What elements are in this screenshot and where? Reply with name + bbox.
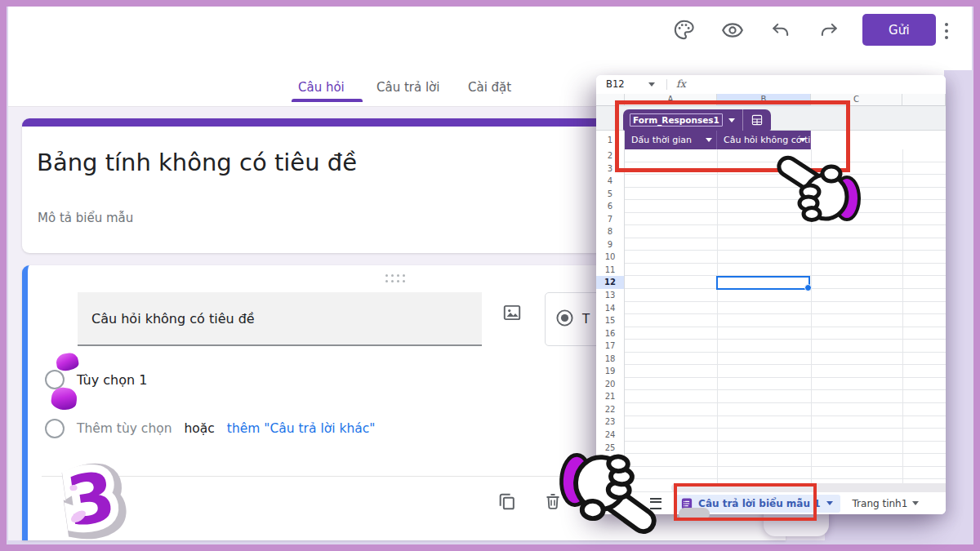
- option-row-1: Tùy chọn 1: [45, 370, 147, 389]
- radio-icon: [45, 370, 65, 389]
- active-tab-indicator: [292, 99, 363, 102]
- background-strip: [944, 70, 973, 540]
- column-header-d[interactable]: [902, 94, 946, 106]
- chevron-down-icon[interactable]: [912, 501, 919, 505]
- background-strip: [825, 513, 973, 540]
- row-header[interactable]: 16: [596, 327, 624, 340]
- tab-responses[interactable]: Câu trả lời: [376, 80, 439, 95]
- pointing-hand-icon: [554, 443, 666, 540]
- row-header[interactable]: 10: [596, 251, 624, 264]
- redo-button[interactable]: [817, 20, 841, 45]
- duplicate-button[interactable]: [494, 491, 519, 515]
- option-row-add: Thêm tùy chọn hoặc thêm "Câu trả lời khá…: [45, 419, 375, 438]
- add-other-answer-link[interactable]: thêm "Câu trả lời khác": [227, 421, 376, 436]
- row-header[interactable]: 12: [596, 276, 624, 289]
- preview-button[interactable]: [720, 20, 745, 44]
- selected-cell-b12[interactable]: [716, 276, 810, 290]
- row-header[interactable]: 6: [596, 200, 624, 213]
- chevron-down-icon[interactable]: [826, 501, 833, 505]
- row-header[interactable]: 17: [596, 340, 624, 353]
- redo-icon: [818, 20, 840, 45]
- fill-handle[interactable]: [804, 284, 812, 291]
- tab-settings[interactable]: Cài đặt: [468, 80, 511, 95]
- row-header[interactable]: 15: [596, 314, 624, 327]
- toolbar-divider: [666, 79, 667, 90]
- row-header[interactable]: 11: [596, 264, 624, 277]
- row-header[interactable]: 23: [596, 415, 624, 429]
- question-type-label: T: [582, 312, 590, 327]
- add-option-link[interactable]: Thêm tùy chọn: [77, 421, 172, 436]
- highlight-rect-sheet-tab: [674, 483, 817, 521]
- eye-icon: [721, 19, 744, 45]
- row-header[interactable]: 14: [596, 302, 624, 315]
- sheet-tab-other[interactable]: Trang tinh1: [853, 498, 920, 509]
- pointing-hand-icon: [772, 149, 863, 231]
- theme-button[interactable]: [671, 19, 696, 43]
- question-title-input[interactable]: Câu hỏi không có tiêu đề: [78, 292, 482, 346]
- row-header[interactable]: 21: [596, 390, 624, 403]
- undo-icon: [770, 20, 791, 45]
- radio-type-icon: [555, 309, 574, 331]
- row-header[interactable]: 7: [596, 213, 624, 226]
- add-image-button[interactable]: [500, 302, 524, 327]
- drag-handle[interactable]: [385, 274, 408, 286]
- other-sheet-tab-label: Trang tinh1: [853, 498, 908, 509]
- row-header[interactable]: 13: [596, 289, 624, 302]
- duplicate-icon: [497, 491, 517, 515]
- cell-name-box[interactable]: B12: [606, 78, 625, 90]
- row-header[interactable]: 4: [596, 175, 624, 188]
- row-header[interactable]: 18: [596, 353, 624, 366]
- row-header[interactable]: 22: [596, 403, 624, 416]
- radio-icon: [45, 419, 65, 438]
- tab-questions[interactable]: Câu hỏi: [298, 80, 345, 95]
- step-number-badge: 3 3: [43, 454, 140, 544]
- undo-button[interactable]: [768, 20, 793, 45]
- form-title[interactable]: Bảng tính không có tiêu đề: [37, 149, 357, 176]
- kebab-menu-icon[interactable]: [939, 18, 954, 44]
- conjunction-text: hoặc: [185, 421, 215, 436]
- row-header[interactable]: 9: [596, 238, 624, 251]
- screenshot-frame: Gửi Câu hỏi Câu trả lời Cài đặt Bảng tín…: [0, 0, 980, 551]
- option-1-label[interactable]: Tùy chọn 1: [77, 372, 147, 388]
- image-icon: [501, 302, 523, 327]
- formula-fx-icon: fx: [676, 78, 686, 90]
- row-header[interactable]: 24: [596, 429, 624, 442]
- row-header[interactable]: 19: [596, 365, 624, 378]
- gridline: [717, 149, 718, 492]
- form-description[interactable]: Mô tả biểu mẫu: [38, 211, 133, 225]
- palette-icon: [673, 19, 695, 44]
- row-headers[interactable]: 2345678910111213141516171819202122232425…: [596, 149, 625, 492]
- row-header[interactable]: 5: [596, 188, 624, 201]
- chevron-down-icon[interactable]: [648, 82, 655, 87]
- send-button[interactable]: Gửi: [862, 14, 936, 46]
- row-header[interactable]: 20: [596, 378, 624, 391]
- gridline: [902, 149, 903, 492]
- row-header[interactable]: 8: [596, 225, 624, 238]
